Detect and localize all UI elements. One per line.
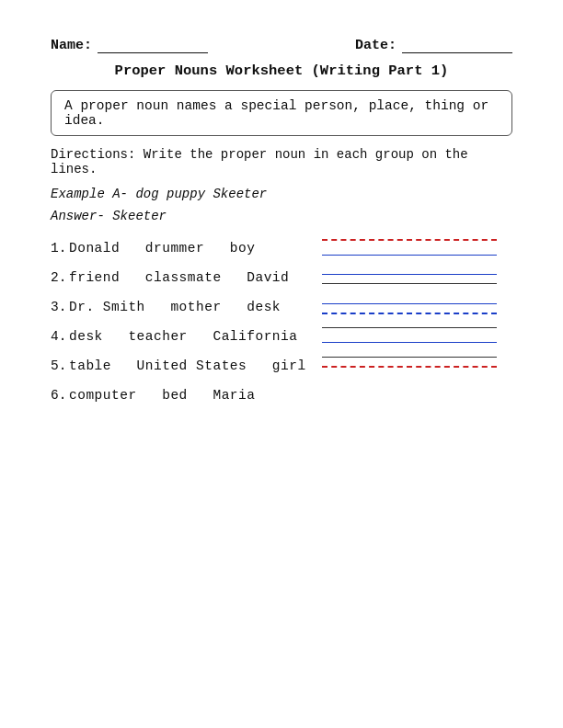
name-field: Name: bbox=[51, 37, 208, 53]
example-block: Example A- dog puppy Skeeter Answer- Ske… bbox=[51, 184, 512, 228]
q4-left: 4. desk teacher California bbox=[51, 325, 322, 344]
q2-number: 2. bbox=[51, 270, 69, 285]
questions-section: 1. Donald drummer boy 2. friend classmat… bbox=[51, 237, 512, 403]
q1-words: Donald drummer boy bbox=[69, 241, 255, 256]
q2-line2[interactable] bbox=[322, 283, 497, 284]
worksheet-title: Proper Nouns Worksheet (Writing Part 1) bbox=[51, 63, 512, 79]
q4-line1[interactable] bbox=[322, 327, 497, 328]
date-label: Date: bbox=[355, 38, 396, 53]
q4-number: 4. bbox=[51, 329, 69, 344]
q5-line1[interactable] bbox=[322, 357, 497, 358]
q5-lines bbox=[322, 355, 497, 368]
q2-lines bbox=[322, 267, 497, 284]
question-3: 3. Dr. Smith mother desk bbox=[51, 296, 512, 314]
q3-line2[interactable] bbox=[322, 313, 497, 314]
q3-lines bbox=[322, 296, 497, 314]
q5-left: 5. table United States girl bbox=[51, 355, 322, 373]
q1-number: 1. bbox=[51, 241, 69, 256]
q1-line1[interactable] bbox=[322, 239, 497, 241]
name-label: Name: bbox=[51, 38, 92, 53]
q3-left: 3. Dr. Smith mother desk bbox=[51, 296, 322, 314]
q1-lines bbox=[322, 237, 497, 256]
question-1: 1. Donald drummer boy bbox=[51, 237, 512, 256]
q2-line1[interactable] bbox=[322, 274, 497, 275]
q5-words: table United States girl bbox=[69, 358, 306, 373]
worksheet-page: Name: Date: Proper Nouns Worksheet (Writ… bbox=[0, 0, 563, 728]
q4-words: desk teacher California bbox=[69, 329, 297, 344]
q4-line2[interactable] bbox=[322, 342, 497, 343]
q6-left: 6. computer bed Maria bbox=[51, 384, 322, 403]
example-line2: Answer- Skeeter bbox=[51, 206, 512, 228]
q6-words: computer bed Maria bbox=[69, 388, 255, 403]
directions-text: Directions: Write the proper noun in eac… bbox=[51, 147, 512, 176]
q3-line1[interactable] bbox=[322, 303, 497, 304]
name-underline[interactable] bbox=[98, 37, 208, 53]
q3-number: 3. bbox=[51, 300, 69, 314]
q2-words: friend classmate David bbox=[69, 270, 289, 285]
date-field: Date: bbox=[355, 37, 512, 53]
question-2: 2. friend classmate David bbox=[51, 267, 512, 285]
q2-left: 2. friend classmate David bbox=[51, 267, 322, 285]
q3-words: Dr. Smith mother desk bbox=[69, 300, 281, 314]
question-5: 5. table United States girl bbox=[51, 355, 512, 373]
definition-text: A proper noun names a special person, pl… bbox=[64, 98, 488, 128]
q5-number: 5. bbox=[51, 358, 69, 373]
q1-left: 1. Donald drummer boy bbox=[51, 237, 322, 256]
q6-number: 6. bbox=[51, 388, 69, 403]
question-4: 4. desk teacher California bbox=[51, 325, 512, 344]
q4-lines bbox=[322, 325, 497, 343]
definition-box: A proper noun names a special person, pl… bbox=[51, 90, 512, 136]
header-row: Name: Date: bbox=[51, 37, 512, 53]
q5-line2[interactable] bbox=[322, 366, 497, 368]
question-6: 6. computer bed Maria bbox=[51, 384, 512, 403]
date-underline[interactable] bbox=[402, 37, 512, 53]
q1-line2[interactable] bbox=[322, 255, 497, 256]
example-line1: Example A- dog puppy Skeeter bbox=[51, 184, 512, 206]
